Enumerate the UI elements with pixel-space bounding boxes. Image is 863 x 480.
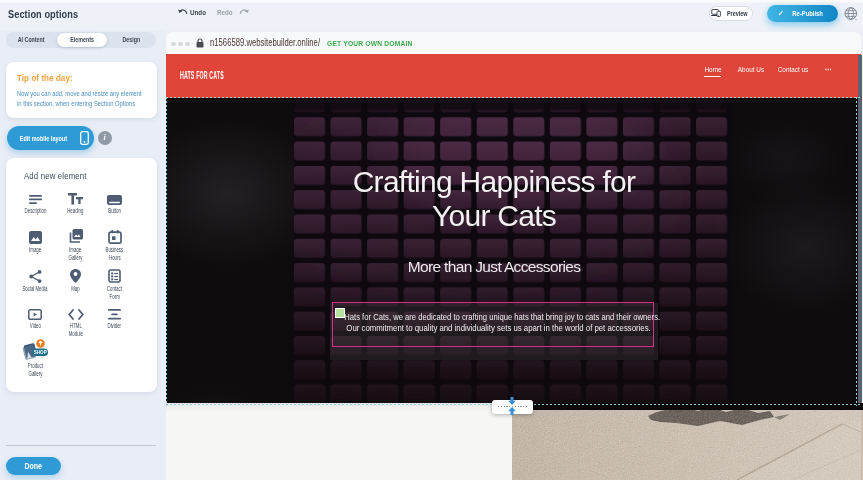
svg-text:SHOP: SHOP (34, 350, 47, 355)
